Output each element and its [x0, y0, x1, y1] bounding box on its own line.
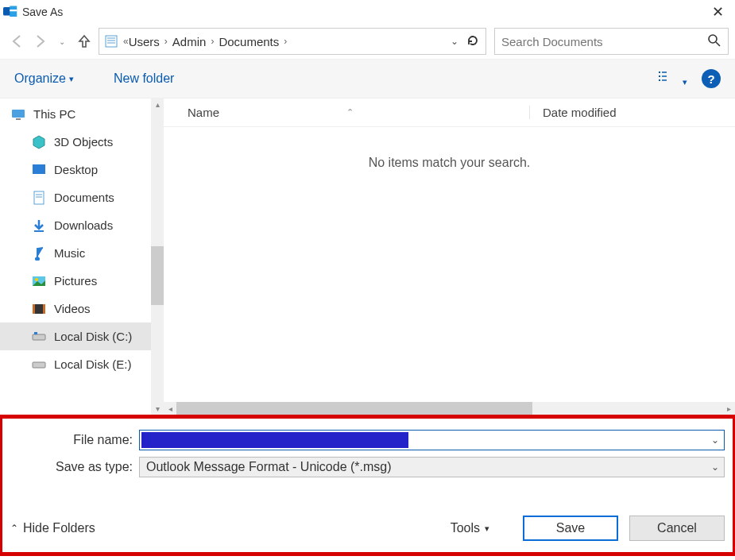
- sidebar-item-local-disk-e[interactable]: Local Disk (E:): [0, 350, 151, 378]
- scroll-up-icon[interactable]: ▴: [151, 98, 164, 110]
- column-label: Date modified: [543, 106, 617, 119]
- sidebar-root-this-pc[interactable]: This PC: [0, 100, 151, 128]
- column-header-date[interactable]: Date modified: [529, 106, 735, 119]
- breadcrumb-item[interactable]: Users: [129, 35, 160, 48]
- sidebar-item-desktop[interactable]: Desktop: [0, 156, 151, 183]
- svg-rect-18: [34, 191, 44, 204]
- svg-rect-25: [33, 304, 35, 314]
- sidebar-item-label: Desktop: [54, 163, 98, 176]
- address-dropdown-icon[interactable]: ⌄: [451, 36, 458, 47]
- back-button[interactable]: [6, 30, 29, 52]
- scroll-down-icon[interactable]: ▾: [151, 403, 164, 415]
- pc-icon: [11, 107, 25, 122]
- savetype-combobox[interactable]: Outlook Message Format - Unicode (*.msg)…: [139, 457, 725, 477]
- scroll-right-icon[interactable]: ▸: [722, 402, 735, 415]
- sidebar-item-label: Downloads: [54, 218, 113, 232]
- chevron-right-icon: ›: [284, 36, 287, 47]
- chevron-down-icon: ▾: [485, 523, 489, 534]
- scrollbar-thumb[interactable]: [176, 402, 532, 415]
- toolbar: Organize ▾ New folder ▾ ?: [0, 59, 735, 98]
- svg-rect-29: [33, 362, 45, 368]
- save-form-panel: File name: ⌄ Save as type: Outlook Messa…: [0, 415, 735, 556]
- cube-icon: [32, 135, 46, 149]
- svg-rect-13: [659, 79, 660, 81]
- document-icon: [32, 191, 46, 205]
- sidebar-item-pictures[interactable]: Pictures: [0, 267, 151, 295]
- sidebar-item-videos[interactable]: Videos: [0, 295, 151, 322]
- save-label: Save: [556, 521, 585, 535]
- svg-rect-16: [16, 118, 21, 120]
- hide-folders-label: Hide Folders: [23, 521, 95, 535]
- close-button[interactable]: ✕: [707, 3, 729, 21]
- search-input[interactable]: [501, 35, 707, 48]
- chevron-up-icon: ⌃: [10, 523, 18, 534]
- content-scrollbar[interactable]: ◂ ▸: [164, 402, 735, 415]
- forward-button[interactable]: [29, 30, 51, 52]
- cancel-label: Cancel: [657, 521, 697, 535]
- window-title: Save As: [22, 6, 63, 18]
- cancel-button[interactable]: Cancel: [629, 516, 725, 541]
- svg-rect-28: [34, 332, 37, 334]
- svg-rect-15: [12, 110, 25, 118]
- chevron-right-icon: ›: [211, 36, 214, 47]
- scrollbar-thumb[interactable]: [151, 246, 164, 305]
- sidebar-item-label: Local Disk (C:): [54, 330, 132, 343]
- video-icon: [32, 302, 46, 316]
- sidebar-item-music[interactable]: Music: [0, 239, 151, 267]
- svg-point-23: [35, 278, 38, 281]
- outlook-app-icon: [3, 5, 17, 19]
- search-box[interactable]: [494, 28, 729, 55]
- folder-type-icon: [104, 34, 118, 48]
- history-dropdown[interactable]: ⌄: [51, 30, 73, 52]
- chevron-down-icon[interactable]: ⌄: [711, 434, 719, 446]
- breadcrumb-item[interactable]: Documents: [219, 35, 279, 48]
- chevron-right-icon: ›: [164, 36, 168, 47]
- chevron-down-icon[interactable]: ⌄: [711, 462, 719, 473]
- view-options-button[interactable]: ▾: [659, 71, 687, 87]
- sidebar-item-documents[interactable]: Documents: [0, 183, 151, 211]
- tools-menu[interactable]: Tools ▾: [451, 521, 489, 535]
- sidebar-scrollbar[interactable]: ▴ ▾: [151, 98, 164, 415]
- column-label: Name: [188, 106, 219, 119]
- refresh-button[interactable]: [466, 34, 479, 49]
- save-button[interactable]: Save: [523, 516, 618, 541]
- crumb-overflow-icon[interactable]: «: [123, 36, 129, 47]
- sidebar-item-label: This PC: [33, 107, 75, 121]
- empty-state-message: No items match your search.: [164, 127, 735, 170]
- filename-combobox[interactable]: ⌄: [139, 430, 725, 450]
- music-icon: [32, 246, 46, 261]
- drive-icon: [32, 357, 46, 372]
- svg-rect-11: [659, 75, 660, 77]
- sidebar-item-label: Documents: [54, 191, 114, 204]
- sidebar-item-label: 3D Objects: [54, 135, 113, 149]
- download-icon: [32, 218, 46, 233]
- help-button[interactable]: ?: [702, 69, 721, 88]
- filename-label: File name:: [10, 433, 139, 447]
- column-header-name[interactable]: Name ⌃: [164, 106, 529, 119]
- sidebar-item-local-disk-c[interactable]: Local Disk (C:): [0, 322, 151, 350]
- svg-rect-9: [659, 71, 660, 73]
- new-folder-button[interactable]: New folder: [114, 71, 174, 86]
- sort-ascending-icon: ⌃: [346, 107, 354, 118]
- organize-menu[interactable]: Organize ▾: [14, 71, 74, 86]
- svg-rect-27: [33, 334, 45, 340]
- up-button[interactable]: [73, 30, 95, 52]
- svg-rect-17: [33, 164, 45, 174]
- desktop-icon: [32, 163, 46, 177]
- address-bar[interactable]: « Users › Admin › Documents › ⌄: [99, 28, 486, 55]
- drive-icon: [32, 330, 46, 344]
- hide-folders-button[interactable]: ⌃ Hide Folders: [10, 521, 95, 535]
- svg-line-8: [716, 42, 720, 46]
- sidebar: This PC 3D Objects Desktop Documents Dow…: [0, 98, 164, 415]
- savetype-value: Outlook Message Format - Unicode (*.msg): [146, 460, 392, 474]
- chevron-down-icon: ▾: [69, 74, 74, 84]
- sidebar-item-3d-objects[interactable]: 3D Objects: [0, 128, 151, 156]
- breadcrumb-item[interactable]: Admin: [172, 35, 207, 48]
- svg-point-7: [709, 35, 717, 43]
- filename-input[interactable]: [141, 432, 408, 448]
- sidebar-item-label: Music: [54, 246, 85, 260]
- tools-label: Tools: [451, 521, 480, 535]
- sidebar-item-downloads[interactable]: Downloads: [0, 211, 151, 239]
- search-icon[interactable]: [707, 33, 721, 50]
- scroll-left-icon[interactable]: ◂: [164, 402, 176, 415]
